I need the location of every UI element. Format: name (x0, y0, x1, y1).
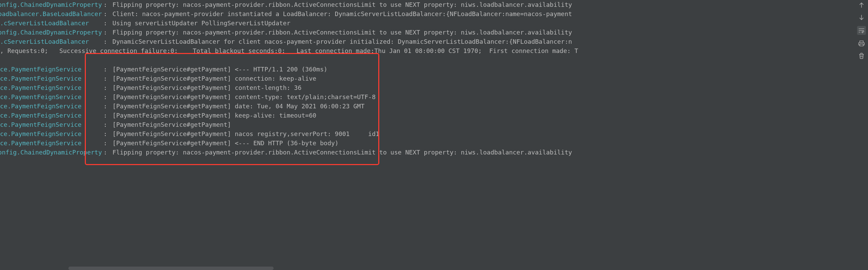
log-line[interactable]: oadbalancer.BaseLoadBalancer: Client: na… (0, 9, 855, 18)
separator: : (102, 0, 109, 9)
separator: : (102, 9, 109, 18)
logger-name: .cServerListLoadBalancer (0, 18, 102, 28)
log-line[interactable]: ce.PaymentFeignService: [PaymentFeignSer… (0, 111, 855, 120)
logger-name: ce.PaymentFeignService (0, 83, 102, 92)
log-message: [PaymentFeignService#getPayment] <--- EN… (109, 138, 855, 148)
logger-name: onfig.ChainedDynamicProperty (0, 148, 102, 157)
logger-name: ce.PaymentFeignService (0, 92, 102, 102)
log-line[interactable]: ce.PaymentFeignService: [PaymentFeignSer… (0, 102, 855, 111)
logger-name: ce.PaymentFeignService (0, 102, 102, 111)
log-line[interactable]: ce.PaymentFeignService: [PaymentFeignSer… (0, 120, 855, 129)
log-line[interactable]: , Requests:0; Successive connection fail… (0, 46, 855, 55)
log-line[interactable]: onfig.ChainedDynamicProperty: Flipping p… (0, 0, 855, 9)
log-message: [PaymentFeignService#getPayment] content… (109, 92, 855, 102)
separator: : (102, 28, 109, 37)
logger-name: oadbalancer.BaseLoadBalancer (0, 9, 102, 18)
log-line[interactable] (0, 55, 855, 65)
separator: : (102, 18, 109, 28)
log-line[interactable]: ce.PaymentFeignService: [PaymentFeignSer… (0, 92, 855, 102)
separator: : (102, 65, 109, 74)
log-line[interactable]: .cServerListLoadBalancer: DynamicServerL… (0, 37, 855, 46)
separator: : (102, 120, 109, 129)
log-line[interactable]: onfig.ChainedDynamicProperty: Flipping p… (0, 28, 855, 37)
log-message: [PaymentFeignService#getPayment] connect… (109, 74, 855, 83)
log-line[interactable]: onfig.ChainedDynamicProperty: Flipping p… (0, 148, 855, 157)
log-line[interactable]: ce.PaymentFeignService: [PaymentFeignSer… (0, 83, 855, 92)
log-message: [PaymentFeignService#getPayment] nacos r… (109, 129, 855, 138)
separator: : (102, 37, 109, 46)
log-message: Client: nacos-payment-provider instantia… (109, 9, 855, 18)
logger-name: ce.PaymentFeignService (0, 74, 102, 83)
console-output[interactable]: onfig.ChainedDynamicProperty: Flipping p… (0, 0, 855, 270)
log-message: Flipping property: nacos-payment-provide… (109, 148, 855, 157)
log-line[interactable]: ce.PaymentFeignService: [PaymentFeignSer… (0, 129, 855, 138)
separator: : (102, 111, 109, 120)
logger-name: ce.PaymentFeignService (0, 138, 102, 148)
log-message: [PaymentFeignService#getPayment] date: T… (109, 102, 855, 111)
logger-name: .cServerListLoadBalancer (0, 37, 102, 46)
separator: : (102, 102, 109, 111)
log-area[interactable]: onfig.ChainedDynamicProperty: Flipping p… (0, 0, 855, 157)
log-line[interactable]: ce.PaymentFeignService: [PaymentFeignSer… (0, 65, 855, 74)
log-message: Flipping property: nacos-payment-provide… (109, 0, 855, 9)
log-line[interactable]: .cServerListLoadBalancer: Using serverLi… (0, 18, 855, 28)
separator: : (102, 148, 109, 157)
logger-name: ce.PaymentFeignService (0, 65, 102, 74)
separator: : (102, 92, 109, 102)
logger-name: ce.PaymentFeignService (0, 129, 102, 138)
separator: : (102, 74, 109, 83)
logger-name: onfig.ChainedDynamicProperty (0, 0, 102, 9)
log-line[interactable]: ce.PaymentFeignService: [PaymentFeignSer… (0, 138, 855, 148)
log-line[interactable]: ce.PaymentFeignService: [PaymentFeignSer… (0, 74, 855, 83)
log-message: [PaymentFeignService#getPayment] (109, 120, 855, 129)
horizontal-scrollbar-thumb[interactable] (68, 267, 274, 270)
logger-name: ce.PaymentFeignService (0, 120, 102, 129)
trash-icon[interactable] (858, 52, 865, 59)
logger-name: ce.PaymentFeignService (0, 111, 102, 120)
print-icon[interactable] (858, 40, 865, 47)
scroll-down-icon[interactable] (858, 14, 865, 21)
log-message: [PaymentFeignService#getPayment] keep-al… (109, 111, 855, 120)
logger-name: onfig.ChainedDynamicProperty (0, 28, 102, 37)
log-message: DynamicServerListLoadBalancer for client… (109, 37, 855, 46)
log-message: [PaymentFeignService#getPayment] <--- HT… (109, 65, 855, 74)
log-message: Flipping property: nacos-payment-provide… (109, 28, 855, 37)
separator: : (102, 83, 109, 92)
separator: : (102, 138, 109, 148)
log-message: Using serverListUpdater PollingServerLis… (109, 18, 855, 28)
separator: : (102, 129, 109, 138)
log-message: [PaymentFeignService#getPayment] content… (109, 83, 855, 92)
scroll-up-icon[interactable] (858, 1, 865, 9)
console-toolbar (855, 0, 868, 270)
soft-wrap-icon[interactable] (857, 26, 866, 35)
